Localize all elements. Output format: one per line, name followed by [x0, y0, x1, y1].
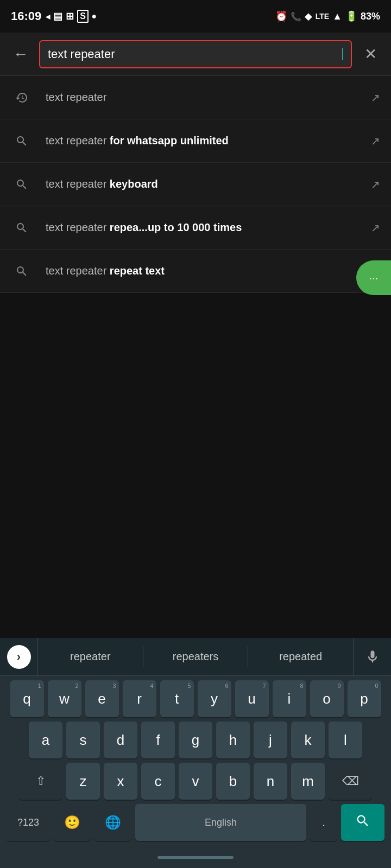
- keyboard-keys: 1q 2w 3e 4r 5t 6y 7u 8i 9o 0p a s d f g …: [0, 676, 391, 846]
- key-c[interactable]: c: [141, 763, 175, 800]
- key-globe[interactable]: 🌐: [94, 804, 131, 841]
- key-row-1: 1q 2w 3e 4r 5t 6y 7u 8i 9o 0p: [3, 680, 388, 717]
- home-indicator: [0, 846, 391, 868]
- period-label: .: [322, 815, 325, 829]
- num123-label: ?123: [17, 817, 39, 828]
- key-w[interactable]: 2w: [48, 680, 81, 717]
- search-bar: ← text repeater ✕: [0, 33, 391, 76]
- key-i[interactable]: 8i: [273, 680, 306, 717]
- num-hint-4: 4: [150, 682, 153, 689]
- clear-button[interactable]: ✕: [358, 42, 382, 66]
- keyboard: › repeater repeaters repeated 1q 2w 3e 4…: [0, 638, 391, 868]
- status-icons: ◂ ▤ ⊞ S •: [46, 9, 96, 24]
- battery-icon: 🔋: [345, 10, 357, 22]
- key-n[interactable]: n: [254, 763, 287, 800]
- key-j[interactable]: j: [254, 722, 287, 758]
- num-hint-5: 5: [187, 682, 191, 689]
- text-cursor: [342, 48, 343, 60]
- time-display: 16:09: [11, 9, 41, 23]
- wifi-icon: ◆: [305, 10, 312, 22]
- suggestion-text-4: text repeater repea...up to 10 000 times: [46, 221, 358, 234]
- clear-icon: ✕: [364, 45, 377, 63]
- suggestion-item-2[interactable]: text repeater for whatsapp unlimited ↗: [0, 119, 391, 163]
- search-query-text[interactable]: text repeater: [48, 47, 342, 61]
- globe-icon: 🌐: [105, 815, 121, 830]
- navigation-icon: ◂: [46, 11, 50, 22]
- key-row-2: a s d f g h j k l: [3, 722, 388, 758]
- battery-percent: 83%: [361, 11, 380, 22]
- key-p[interactable]: 0p: [348, 680, 381, 717]
- key-row-3: ⇧ z x c v b n m ⌫: [3, 763, 388, 800]
- key-r[interactable]: 4r: [123, 680, 156, 717]
- key-period[interactable]: .: [310, 804, 337, 841]
- teams-icon: ⊞: [66, 10, 74, 22]
- num-hint-0: 0: [375, 682, 378, 689]
- search-icon-4: [11, 217, 33, 239]
- microphone-button[interactable]: [353, 638, 391, 676]
- search-icon-5: [11, 260, 33, 282]
- key-t[interactable]: 5t: [160, 680, 194, 717]
- key-m[interactable]: m: [291, 763, 325, 800]
- word-suggestion-1[interactable]: repeater: [38, 646, 143, 667]
- key-z[interactable]: z: [66, 763, 100, 800]
- search-key-icon: [355, 813, 370, 832]
- arrow-icon-2: ↗: [371, 135, 380, 148]
- home-bar: [157, 856, 234, 859]
- search-suggestions: text repeater ↗ text repeater for whatsa…: [0, 76, 391, 293]
- num-hint-6: 6: [225, 682, 228, 689]
- status-time: 16:09 ◂ ▤ ⊞ S •: [11, 9, 96, 24]
- key-y[interactable]: 6y: [198, 680, 231, 717]
- suggestion-text-2: text repeater for whatsapp unlimited: [46, 135, 358, 147]
- lte-icon: LTE: [316, 12, 329, 21]
- num-hint-2: 2: [75, 682, 78, 689]
- call-icon: 📞: [291, 11, 301, 22]
- suggestion-item-1[interactable]: text repeater ↗: [0, 76, 391, 119]
- key-e[interactable]: 3e: [85, 680, 119, 717]
- num-hint-1: 1: [37, 682, 41, 689]
- expand-suggestions-button[interactable]: ›: [0, 638, 38, 676]
- back-icon: ←: [13, 46, 28, 63]
- expand-circle-icon: ›: [7, 645, 31, 669]
- suggestion-item-5[interactable]: text repeater repeat text ↗: [0, 250, 391, 293]
- word-suggestion-3[interactable]: repeated: [248, 646, 353, 667]
- history-icon: [11, 87, 33, 108]
- key-b[interactable]: b: [216, 763, 250, 800]
- floating-action-button[interactable]: ···: [356, 260, 391, 295]
- search-icon-2: [11, 130, 33, 152]
- suggestion-text-3: text repeater keyboard: [46, 178, 358, 190]
- arrow-icon-3: ↗: [371, 178, 380, 191]
- key-k[interactable]: k: [291, 722, 325, 758]
- back-button[interactable]: ←: [9, 42, 33, 66]
- key-u[interactable]: 7u: [235, 680, 269, 717]
- suggestion-text-5: text repeater repeat text: [46, 265, 358, 277]
- key-search[interactable]: [341, 804, 384, 841]
- key-a[interactable]: a: [29, 722, 62, 758]
- suggestion-item-3[interactable]: text repeater keyboard ↗: [0, 163, 391, 206]
- key-g[interactable]: g: [179, 722, 212, 758]
- emoji-icon: 🙂: [64, 815, 80, 830]
- app-icon: S: [77, 10, 89, 23]
- key-num123[interactable]: ?123: [7, 804, 50, 841]
- num-hint-3: 3: [112, 682, 116, 689]
- word-suggestion-2[interactable]: repeaters: [143, 646, 249, 667]
- key-backspace[interactable]: ⌫: [329, 763, 372, 800]
- key-h[interactable]: h: [216, 722, 250, 758]
- key-x[interactable]: x: [104, 763, 137, 800]
- key-v[interactable]: v: [179, 763, 212, 800]
- key-o[interactable]: 9o: [310, 680, 344, 717]
- key-shift[interactable]: ⇧: [19, 763, 62, 800]
- suggestion-item-4[interactable]: text repeater repea...up to 10 000 times…: [0, 206, 391, 250]
- key-q[interactable]: 1q: [10, 680, 44, 717]
- key-emoji[interactable]: 🙂: [54, 804, 91, 841]
- space-label: English: [205, 817, 237, 828]
- search-input-box[interactable]: text repeater: [39, 40, 352, 68]
- key-d[interactable]: d: [104, 722, 137, 758]
- suggestion-text-1: text repeater: [46, 91, 358, 104]
- empty-content-area: [0, 293, 391, 499]
- key-f[interactable]: f: [141, 722, 175, 758]
- key-l[interactable]: l: [329, 722, 362, 758]
- key-s[interactable]: s: [66, 722, 100, 758]
- key-space[interactable]: English: [135, 804, 306, 841]
- num-hint-9: 9: [337, 682, 340, 689]
- status-bar: 16:09 ◂ ▤ ⊞ S • ⏰ 📞 ◆ LTE ▲ 🔋 83%: [0, 0, 391, 33]
